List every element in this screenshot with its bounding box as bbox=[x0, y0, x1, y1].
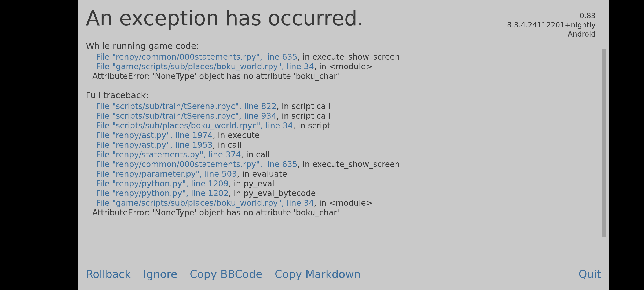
trace-line: File "renpy/parameter.py", line 503, in … bbox=[92, 169, 601, 179]
quit-button[interactable]: Quit bbox=[579, 268, 601, 280]
trace-line: File "game/scripts/sub/places/boku_world… bbox=[92, 62, 601, 71]
file-link[interactable]: File "game/scripts/sub/places/boku_world… bbox=[96, 198, 314, 208]
trace-suffix: , in py_eval bbox=[229, 179, 275, 188]
trace-line: File "game/scripts/sub/places/boku_world… bbox=[92, 198, 601, 208]
running-block: File "renpy/common/000statements.rpy", l… bbox=[86, 52, 601, 81]
version-info: 0.83 8.3.4.24112201+nightly Android bbox=[507, 8, 601, 38]
trace-line: File "renpy/ast.py", line 1953, in call bbox=[92, 140, 601, 150]
exception-title: An exception has occurred. bbox=[86, 8, 364, 28]
copy-bbcode-button[interactable]: Copy BBCode bbox=[190, 268, 262, 280]
button-bar: Rollback Ignore Copy BBCode Copy Markdow… bbox=[78, 262, 609, 290]
platform: Android bbox=[507, 30, 596, 39]
exception-screen: An exception has occurred. 0.83 8.3.4.24… bbox=[78, 0, 609, 290]
file-link[interactable]: File "renpy/ast.py", line 1953 bbox=[96, 140, 213, 150]
header-row: An exception has occurred. 0.83 8.3.4.24… bbox=[86, 8, 601, 41]
file-link[interactable]: File "renpy/parameter.py", line 503 bbox=[96, 169, 237, 179]
rollback-button[interactable]: Rollback bbox=[86, 268, 131, 280]
trace-suffix: , in <module> bbox=[314, 62, 373, 71]
running-heading: While running game code: bbox=[86, 41, 601, 51]
button-group-left: Rollback Ignore Copy BBCode Copy Markdow… bbox=[86, 268, 361, 280]
file-link[interactable]: File "renpy/statements.py", line 374 bbox=[96, 150, 241, 159]
trace-suffix: , in execute_show_screen bbox=[297, 52, 400, 61]
file-link[interactable]: File "renpy/python.py", line 1209 bbox=[96, 179, 229, 188]
file-link[interactable]: File "scripts/sub/train/tSerena.rpyc", l… bbox=[96, 102, 276, 111]
copy-markdown-button[interactable]: Copy Markdown bbox=[275, 268, 361, 280]
file-link[interactable]: File "scripts/sub/train/tSerena.rpyc", l… bbox=[96, 111, 276, 121]
trace-suffix: , in <module> bbox=[314, 198, 373, 208]
trace-line: File "renpy/ast.py", line 1974, in execu… bbox=[92, 130, 601, 140]
trace-suffix: , in evaluate bbox=[237, 169, 287, 179]
trace-line: File "renpy/python.py", line 1209, in py… bbox=[92, 179, 601, 189]
engine-version: 8.3.4.24112201+nightly bbox=[507, 20, 596, 30]
traceback-heading: Full traceback: bbox=[86, 90, 601, 100]
trace-suffix: , in py_eval_bytecode bbox=[229, 189, 316, 198]
error-line: AttributeError: 'NoneType' object has no… bbox=[92, 71, 601, 81]
trace-line: File "scripts/sub/places/boku_world.rpyc… bbox=[92, 121, 601, 130]
trace-suffix: , in execute bbox=[213, 130, 260, 140]
trace-line: File "renpy/common/000statements.rpy", l… bbox=[92, 52, 601, 62]
file-link[interactable]: File "renpy/ast.py", line 1974 bbox=[96, 130, 213, 140]
file-link[interactable]: File "renpy/python.py", line 1202 bbox=[96, 189, 229, 198]
trace-line: File "scripts/sub/train/tSerena.rpyc", l… bbox=[92, 111, 601, 121]
game-version: 0.83 bbox=[507, 11, 596, 20]
trace-line: File "scripts/sub/train/tSerena.rpyc", l… bbox=[92, 102, 601, 111]
trace-line: File "renpy/common/000statements.rpy", l… bbox=[92, 160, 601, 169]
trace-suffix: , in call bbox=[213, 140, 242, 150]
scrollbar[interactable] bbox=[602, 49, 606, 237]
trace-suffix: , in call bbox=[241, 150, 270, 159]
content-area: An exception has occurred. 0.83 8.3.4.24… bbox=[78, 0, 609, 262]
trace-suffix: , in script call bbox=[276, 111, 330, 121]
file-link[interactable]: File "game/scripts/sub/places/boku_world… bbox=[96, 62, 314, 71]
file-link[interactable]: File "scripts/sub/places/boku_world.rpyc… bbox=[96, 121, 293, 130]
trace-line: File "renpy/statements.py", line 374, in… bbox=[92, 150, 601, 160]
traceback-block: File "scripts/sub/train/tSerena.rpyc", l… bbox=[86, 102, 601, 218]
trace-suffix: , in script bbox=[293, 121, 330, 130]
ignore-button[interactable]: Ignore bbox=[143, 268, 177, 280]
trace-suffix: , in execute_show_screen bbox=[297, 160, 400, 169]
file-link[interactable]: File "renpy/common/000statements.rpy", l… bbox=[96, 160, 297, 169]
trace-line: File "renpy/python.py", line 1202, in py… bbox=[92, 189, 601, 198]
trace-suffix: , in script call bbox=[276, 102, 330, 111]
file-link[interactable]: File "renpy/common/000statements.rpy", l… bbox=[96, 52, 297, 61]
error-line: AttributeError: 'NoneType' object has no… bbox=[92, 208, 601, 218]
